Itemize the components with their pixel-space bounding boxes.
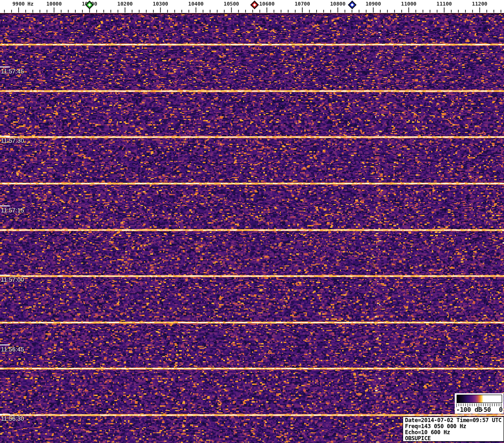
time-label: 11:57:30: [1, 137, 24, 144]
intensity-scale-legend: -100 dB -50 0: [455, 393, 504, 414]
time-tick: [0, 205, 10, 206]
time-label: 11:57:15: [1, 207, 24, 214]
legend-min-label: -100 dB: [456, 406, 482, 413]
spectrogram-waterfall[interactable]: [0, 13, 504, 443]
freq-axis-label: 10000: [46, 1, 62, 7]
status-info-box: Date=2014-07-02 Time=09:57 UTC Freq=143 …: [403, 417, 504, 442]
time-tick: [0, 275, 10, 276]
freq-axis-label: 10700: [295, 1, 310, 7]
freq-axis-label: 10400: [188, 1, 204, 7]
time-label: 11:56:30: [1, 415, 24, 422]
time-label: 11:57:00: [1, 276, 24, 283]
frequency-ruler[interactable]: Hz 9900100001010010200103001040010500106…: [0, 0, 504, 13]
freq-axis-label: 10600: [259, 1, 274, 7]
marker-center-dot: [253, 3, 256, 7]
freq-axis-label: 10800: [330, 1, 345, 7]
freq-axis-label: 9900: [13, 1, 25, 7]
time-tick: [0, 136, 10, 137]
time-tick: [0, 344, 10, 345]
frequency-unit-label: Hz: [27, 1, 33, 7]
legend-max-label: 0: [499, 406, 503, 413]
time-label: 11:56:45: [1, 346, 24, 353]
info-station: OBSUPICE: [405, 436, 504, 442]
colormap-gradient-bar: [457, 395, 502, 403]
freq-axis-label: 11100: [437, 1, 452, 7]
time-tick: [0, 66, 10, 67]
freq-axis-label: 10200: [117, 1, 133, 7]
freq-axis-label: 10300: [153, 1, 168, 7]
legend-mid-label: -50: [480, 406, 491, 413]
marker-center-dot: [350, 3, 353, 7]
time-label: 11:57:45: [1, 68, 24, 75]
time-tick: [0, 414, 10, 415]
marker-center-dot: [88, 3, 91, 7]
freq-axis-label: 10900: [365, 1, 381, 7]
freq-axis-label: 11200: [472, 1, 487, 7]
freq-axis-label: 10500: [224, 1, 239, 7]
meteor-echo-waterfall-window: 11:57:4511:57:3011:57:1511:57:0011:56:45…: [0, 0, 504, 443]
freq-axis-label: 11000: [401, 1, 417, 7]
